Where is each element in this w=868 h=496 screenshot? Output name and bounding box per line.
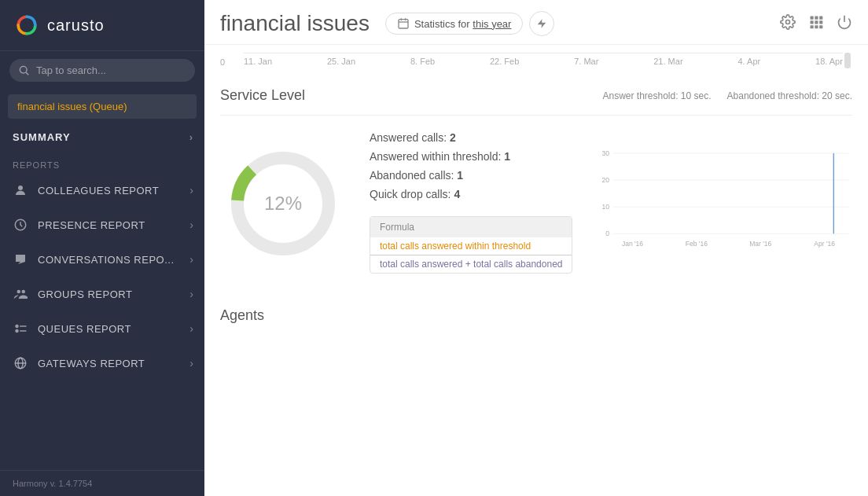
clock-icon: [11, 215, 30, 234]
agents-section: Agents: [220, 292, 852, 324]
sidebar-item-gateways-report[interactable]: GATEWAYS REPORT ›: [0, 346, 204, 380]
header-icons: [780, 14, 852, 34]
svg-point-6: [15, 325, 19, 329]
stat-abandoned-value: 1: [457, 169, 463, 182]
stat-answered-calls-value: 2: [450, 131, 456, 144]
chevron-right-icon: ›: [189, 322, 193, 335]
gateways-report-label: GATEWAYS REPORT: [38, 358, 189, 369]
sidebar-item-conversations-report[interactable]: CONVERSATIONS REPO... ›: [0, 242, 204, 277]
statistics-badge-text: Statistics for this year: [414, 18, 512, 30]
svg-rect-13: [399, 20, 408, 28]
stat-answered-within-threshold: Answered within threshold: 1: [370, 150, 572, 163]
conversations-report-label: CONVERSATIONS REPO...: [38, 254, 189, 266]
search-bar[interactable]: Tap to search...: [9, 59, 195, 82]
power-icon[interactable]: [837, 14, 852, 34]
summary-nav-item[interactable]: SUMMARY ›: [0, 123, 204, 151]
presence-report-label: PRESENCE REPORT: [38, 219, 189, 231]
chevron-right-icon: ›: [189, 184, 193, 197]
x-label-jan: Jan '16: [622, 240, 643, 248]
grid-icon[interactable]: [808, 14, 824, 34]
line-chart-svg: 30 20 10 0 Jan '16 Feb '16 Mar '16 Apr: [596, 131, 852, 273]
timeline-zero-label: 0: [220, 57, 225, 67]
x-label-apr: Apr '16: [815, 240, 836, 248]
timeline-label-1: 25. Jan: [327, 57, 355, 66]
y-label-20: 20: [602, 176, 610, 184]
y-label-30: 30: [602, 149, 610, 157]
chevron-right-icon: ›: [189, 253, 193, 266]
stat-abandoned-calls: Abandoned calls: 1: [370, 169, 572, 182]
svg-point-4: [17, 290, 21, 294]
sidebar-item-presence-report[interactable]: PRESENCE REPORT ›: [0, 208, 204, 242]
carusto-logo-icon: [13, 11, 41, 39]
queue-icon: [11, 319, 30, 338]
svg-rect-21: [819, 16, 822, 19]
svg-rect-19: [811, 16, 814, 19]
service-level-title: Service Level: [220, 87, 305, 104]
svg-point-0: [20, 66, 27, 73]
stats-formula-panel: Answered calls: 2 Answered within thresh…: [370, 131, 572, 276]
calendar-icon: [397, 17, 410, 30]
logo-text: carusto: [47, 17, 105, 35]
y-label-0: 0: [606, 230, 610, 237]
svg-rect-27: [819, 25, 822, 28]
donut-chart: 12%: [220, 131, 346, 276]
main-header: financial issues Statistics for this yea…: [204, 0, 868, 45]
search-placeholder: Tap to search...: [36, 64, 106, 76]
summary-chevron-icon: ›: [189, 131, 193, 143]
queues-report-label: QUEUES REPORT: [38, 323, 189, 335]
x-label-feb: Feb '16: [686, 240, 708, 248]
timeline-label-6: 4. Apr: [737, 57, 760, 66]
active-queue-label: financial issues: [17, 101, 86, 112]
formula-wrapper: Formula total calls answered within thre…: [370, 208, 572, 274]
sidebar-item-colleagues-report[interactable]: COLLEAGUES REPORT ›: [0, 173, 204, 208]
timeline-label-7: 18. Apr: [815, 57, 843, 66]
lightning-icon: [536, 18, 547, 29]
stat-quick-drop-calls: Quick drop calls: 4: [370, 188, 572, 200]
stat-within-threshold-value: 1: [504, 150, 510, 163]
timeline-label-4: 7. Mar: [574, 57, 598, 66]
stat-quick-drop-value: 4: [454, 188, 460, 200]
main-body: 0 11. Jan 25. Jan 8. Feb 22. Feb 7. Mar …: [204, 45, 868, 496]
y-label-10: 10: [602, 203, 610, 211]
active-queue-item[interactable]: financial issues (Queue): [8, 94, 197, 119]
svg-point-18: [786, 20, 790, 24]
svg-rect-22: [811, 20, 814, 24]
stat-answered-calls-label: Answered calls:: [370, 131, 447, 144]
lightning-button[interactable]: [529, 11, 554, 36]
sidebar-item-groups-report[interactable]: GROUPS REPORT ›: [0, 277, 204, 311]
chevron-right-icon: ›: [189, 357, 193, 369]
formula-denominator: total calls answered + total calls aband…: [370, 255, 572, 273]
stat-answered-calls: Answered calls: 2: [370, 131, 572, 144]
svg-rect-24: [819, 20, 822, 24]
active-queue-suffix: (Queue): [90, 101, 127, 112]
donut-percentage-label: 12%: [264, 193, 302, 215]
reports-section-label: REPORTS: [0, 151, 204, 173]
abandoned-threshold: Abandoned threshold: 20 sec.: [727, 90, 852, 101]
chat-icon: [11, 250, 30, 269]
timeline-label-0: 11. Jan: [244, 57, 272, 66]
formula-numerator: total calls answered within threshold: [370, 237, 572, 255]
svg-marker-17: [538, 19, 546, 28]
svg-point-2: [18, 186, 23, 190]
svg-point-8: [15, 329, 19, 333]
groups-icon: [11, 285, 30, 303]
service-level-content: 12% Answered calls: 2 Answered within th…: [220, 116, 852, 292]
statistics-badge[interactable]: Statistics for this year: [385, 13, 524, 35]
stat-abandoned-label: Abandoned calls:: [370, 169, 454, 182]
chevron-right-icon: ›: [189, 288, 193, 300]
search-icon: [19, 65, 30, 76]
sidebar-item-queues-report[interactable]: QUEUES REPORT ›: [0, 311, 204, 346]
timeline-label-2: 8. Feb: [410, 57, 435, 66]
person-icon: [11, 181, 30, 200]
svg-rect-26: [815, 25, 818, 28]
chevron-right-icon: ›: [189, 219, 193, 231]
timeline-label-3: 22. Feb: [490, 57, 519, 66]
line-chart: 30 20 10 0 Jan '16 Feb '16 Mar '16 Apr: [596, 131, 852, 276]
colleagues-report-label: COLLEAGUES REPORT: [38, 185, 189, 197]
svg-line-1: [26, 72, 28, 75]
logo-area: carusto: [0, 0, 204, 51]
gear-icon[interactable]: [780, 14, 796, 34]
summary-label: SUMMARY: [13, 131, 71, 143]
agents-title: Agents: [220, 307, 852, 324]
timeline-chart: 0 11. Jan 25. Jan 8. Feb 22. Feb 7. Mar …: [220, 45, 852, 72]
